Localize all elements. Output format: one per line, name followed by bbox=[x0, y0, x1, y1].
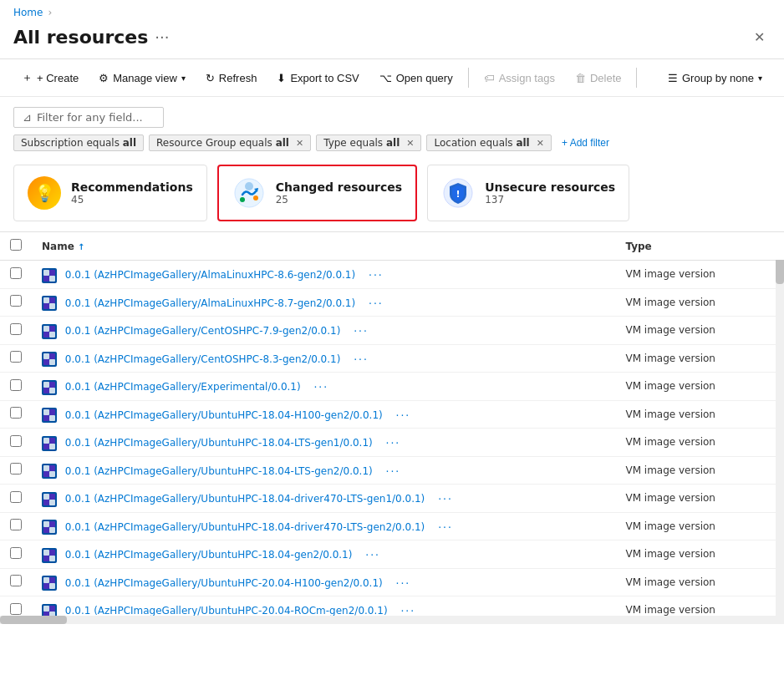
recommendations-text: Recommendations 45 bbox=[71, 180, 193, 206]
chevron-down-icon: ▾ bbox=[181, 74, 186, 83]
download-icon: ⬇ bbox=[277, 72, 286, 84]
svg-rect-58 bbox=[43, 550, 49, 556]
svg-rect-54 bbox=[49, 521, 55, 527]
select-all-checkbox[interactable] bbox=[10, 239, 22, 251]
filter-tag-location[interactable]: Location equals all ✕ bbox=[426, 134, 551, 151]
resource-link-2[interactable]: 0.0.1 (AzHPCImageGallery/CentOSHPC-7.9-g… bbox=[65, 325, 341, 337]
row-checkbox-2[interactable] bbox=[10, 323, 22, 335]
resource-link-11[interactable]: 0.0.1 (AzHPCImageGallery/UbuntuHPC-20.04… bbox=[65, 577, 383, 589]
breadcrumb-home[interactable]: Home bbox=[13, 7, 43, 18]
vertical-scrollbar-track bbox=[776, 234, 784, 618]
row-options-12[interactable]: ··· bbox=[397, 601, 419, 616]
row-options-8[interactable]: ··· bbox=[435, 490, 456, 506]
filter-tag-subscription[interactable]: Subscription equals all bbox=[13, 134, 144, 151]
horizontal-scrollbar[interactable] bbox=[0, 616, 784, 624]
resource-link-6[interactable]: 0.0.1 (AzHPCImageGallery/UbuntuHPC-18.04… bbox=[65, 437, 373, 449]
type-cell-4: VM image version bbox=[615, 373, 784, 401]
row-checkbox-9[interactable] bbox=[10, 519, 22, 530]
page-options-dots[interactable]: ··· bbox=[155, 28, 169, 46]
unsecure-resources-title: Unsecure resources bbox=[485, 180, 615, 194]
export-button[interactable]: ⬇ Export to CSV bbox=[268, 68, 367, 89]
row-checkbox-10[interactable] bbox=[10, 547, 22, 559]
table-row: 0.0.1 (AzHPCImageGallery/UbuntuHPC-20.04… bbox=[0, 596, 784, 617]
row-options-1[interactable]: ··· bbox=[365, 294, 387, 311]
svg-rect-18 bbox=[43, 326, 49, 332]
row-options-6[interactable]: ··· bbox=[383, 434, 405, 450]
svg-rect-39 bbox=[49, 438, 55, 444]
resource-link-5[interactable]: 0.0.1 (AzHPCImageGallery/UbuntuHPC-18.04… bbox=[65, 409, 383, 421]
svg-rect-19 bbox=[49, 326, 55, 332]
name-column-header[interactable]: Name ↑ bbox=[32, 232, 615, 261]
row-options-7[interactable]: ··· bbox=[383, 462, 405, 479]
svg-rect-48 bbox=[43, 494, 49, 500]
group-by-button[interactable]: ☰ Group by none ▾ bbox=[659, 68, 771, 89]
resource-link-10[interactable]: 0.0.1 (AzHPCImageGallery/UbuntuHPC-18.04… bbox=[65, 549, 353, 561]
refresh-button[interactable]: ↻ Refresh bbox=[197, 68, 266, 89]
resource-link-12[interactable]: 0.0.1 (AzHPCImageGallery/UbuntuHPC-20.04… bbox=[65, 605, 388, 616]
svg-rect-20 bbox=[43, 332, 49, 338]
chevron-down-icon-2: ▾ bbox=[758, 74, 762, 83]
type-cell-2: VM image version bbox=[615, 317, 784, 345]
row-checkbox-11[interactable] bbox=[10, 575, 22, 586]
card-changed-resources[interactable]: Changed resources 25 bbox=[217, 165, 417, 221]
type-cell-5: VM image version bbox=[615, 400, 784, 429]
select-all-header[interactable] bbox=[0, 232, 32, 261]
row-checkbox-3[interactable] bbox=[10, 351, 22, 363]
row-checkbox-5[interactable] bbox=[10, 407, 22, 419]
row-options-2[interactable]: ··· bbox=[350, 322, 372, 338]
row-checkbox-6[interactable] bbox=[10, 435, 22, 447]
resource-link-4[interactable]: 0.0.1 (AzHPCImageGallery/Experimental/0.… bbox=[65, 381, 301, 393]
svg-text:!: ! bbox=[456, 189, 461, 200]
svg-rect-68 bbox=[43, 606, 49, 612]
filter-tag-type[interactable]: Type equals all ✕ bbox=[316, 134, 421, 151]
row-options-0[interactable]: ··· bbox=[365, 266, 387, 282]
svg-rect-9 bbox=[49, 270, 55, 276]
close-button[interactable]: ✕ bbox=[747, 25, 771, 48]
table-row: 0.0.1 (AzHPCImageGallery/UbuntuHPC-20.04… bbox=[0, 568, 784, 596]
resource-link-8[interactable]: 0.0.1 (AzHPCImageGallery/UbuntuHPC-18.04… bbox=[65, 493, 425, 505]
row-options-11[interactable]: ··· bbox=[393, 574, 415, 591]
resource-icon-11 bbox=[42, 576, 57, 591]
remove-location-filter[interactable]: ✕ bbox=[537, 138, 544, 149]
remove-type-filter[interactable]: ✕ bbox=[406, 138, 414, 149]
row-options-4[interactable]: ··· bbox=[310, 378, 332, 394]
table-container: Name ↑ Type 0.0.1 (AzHPCImageGallery/Alm… bbox=[0, 231, 784, 616]
filter-input[interactable]: ⊿ Filter for any field... bbox=[13, 107, 164, 128]
hscroll-thumb[interactable] bbox=[0, 616, 67, 624]
row-checkbox-1[interactable] bbox=[10, 295, 22, 307]
row-checkbox-4[interactable] bbox=[10, 379, 22, 391]
delete-button[interactable]: 🗑 Delete bbox=[567, 68, 630, 89]
svg-rect-45 bbox=[43, 471, 49, 477]
card-unsecure-resources[interactable]: ! Unsecure resources 137 bbox=[427, 165, 629, 221]
resource-link-3[interactable]: 0.0.1 (AzHPCImageGallery/CentOSHPC-8.3-g… bbox=[65, 353, 341, 365]
remove-resource-group-filter[interactable]: ✕ bbox=[296, 138, 303, 149]
row-options-5[interactable]: ··· bbox=[393, 406, 415, 423]
svg-rect-21 bbox=[49, 332, 55, 338]
resource-link-1[interactable]: 0.0.1 (AzHPCImageGallery/AlmaLinuxHPC-8.… bbox=[65, 297, 355, 309]
add-filter-button[interactable]: + Add filter bbox=[557, 135, 614, 150]
svg-rect-53 bbox=[43, 521, 49, 527]
row-options-9[interactable]: ··· bbox=[435, 518, 456, 535]
filter-tag-resource-group[interactable]: Resource Group equals all ✕ bbox=[149, 134, 311, 151]
svg-rect-14 bbox=[49, 297, 55, 303]
resource-icon-1 bbox=[42, 296, 57, 311]
type-cell-9: VM image version bbox=[615, 512, 784, 541]
resource-link-7[interactable]: 0.0.1 (AzHPCImageGallery/UbuntuHPC-18.04… bbox=[65, 465, 373, 477]
svg-rect-10 bbox=[43, 276, 49, 282]
trash-icon: 🗑 bbox=[575, 72, 586, 84]
card-recommendations[interactable]: 💡 Recommendations 45 bbox=[13, 165, 207, 221]
row-checkbox-0[interactable] bbox=[10, 267, 22, 279]
svg-rect-43 bbox=[43, 465, 49, 471]
svg-rect-28 bbox=[43, 382, 49, 388]
row-checkbox-12[interactable] bbox=[10, 603, 22, 615]
assign-tags-button[interactable]: 🏷 Assign tags bbox=[476, 68, 563, 89]
row-options-3[interactable]: ··· bbox=[350, 350, 372, 367]
row-checkbox-7[interactable] bbox=[10, 463, 22, 475]
resource-link-0[interactable]: 0.0.1 (AzHPCImageGallery/AlmaLinuxHPC-8.… bbox=[65, 269, 355, 281]
manage-view-button[interactable]: ⚙ Manage view ▾ bbox=[90, 68, 194, 89]
row-options-10[interactable]: ··· bbox=[362, 546, 384, 562]
create-button[interactable]: ＋ + Create bbox=[13, 66, 87, 89]
resource-link-9[interactable]: 0.0.1 (AzHPCImageGallery/UbuntuHPC-18.04… bbox=[65, 521, 425, 533]
row-checkbox-8[interactable] bbox=[10, 491, 22, 503]
open-query-button[interactable]: ⌥ Open query bbox=[371, 68, 461, 89]
